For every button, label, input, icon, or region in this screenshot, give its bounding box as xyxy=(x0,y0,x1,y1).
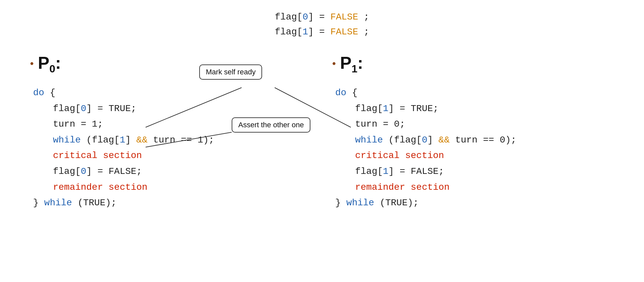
p1-do-open: do { xyxy=(335,85,614,101)
p0-do-open: do { xyxy=(33,85,312,101)
p1-while: while (flag[0] && turn == 0); xyxy=(355,132,614,148)
p0-do-close: } while (TRUE); xyxy=(33,195,312,211)
p1-bullet: • xyxy=(332,57,336,71)
p1-critical: critical section xyxy=(355,148,614,164)
p0-label: P0: xyxy=(38,53,61,75)
header-line1: flag[0] = FALSE ; xyxy=(20,10,624,25)
p0-critical: critical section xyxy=(53,148,312,164)
p0-while: while (flag[1] && turn == 1); xyxy=(53,132,312,148)
p1-column: • P1: do { flag[1] = TRUE; turn = 0; whi… xyxy=(322,53,624,211)
p1-title: • P1: xyxy=(332,53,614,75)
p1-flag-set: flag[1] = TRUE; xyxy=(355,101,614,117)
p1-flag-reset: flag[1] = FALSE; xyxy=(355,164,614,180)
p0-column: • P0: do { flag[0] = TRUE; turn = 1; whi… xyxy=(20,53,322,211)
header-code: flag[0] = FALSE ; flag[1] = FALSE ; xyxy=(20,10,624,40)
main-content: • P0: do { flag[0] = TRUE; turn = 1; whi… xyxy=(20,53,624,211)
p1-turn-set: turn = 0; xyxy=(355,116,614,132)
p0-title: • P0: xyxy=(30,53,312,75)
p0-remainder: remainder section xyxy=(53,180,312,195)
p1-code: do { flag[1] = TRUE; turn = 0; while (fl… xyxy=(335,85,614,211)
p0-flag-reset: flag[0] = FALSE; xyxy=(53,164,312,180)
header-line2: flag[1] = FALSE ; xyxy=(20,25,624,40)
p0-bullet: • xyxy=(30,57,34,71)
p1-remainder: remainder section xyxy=(355,180,614,195)
p1-label: P1: xyxy=(340,53,363,75)
p1-do-close: } while (TRUE); xyxy=(335,195,614,211)
p0-flag-set: flag[0] = TRUE; xyxy=(53,101,312,117)
p0-code: do { flag[0] = TRUE; turn = 1; while (fl… xyxy=(33,85,312,211)
p0-turn-set: turn = 1; xyxy=(53,116,312,132)
